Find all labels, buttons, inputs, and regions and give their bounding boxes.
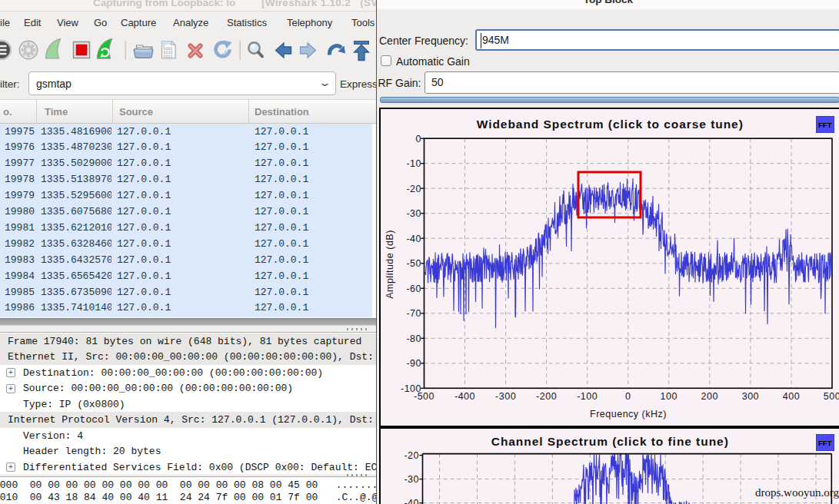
svg-text:0111: 0111 (164, 55, 173, 59)
